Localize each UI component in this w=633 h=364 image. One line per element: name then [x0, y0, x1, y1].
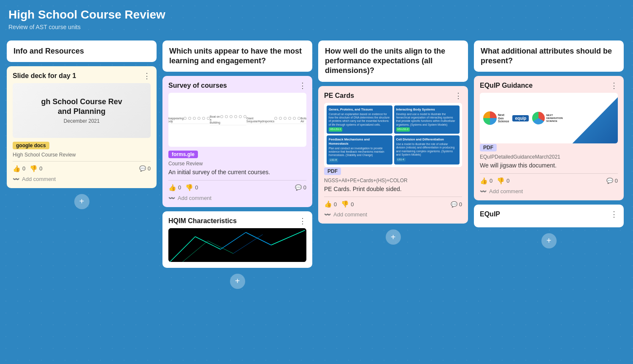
card-equip2-title: EQuIP [480, 210, 618, 218]
pe-footer: 👍 0 👎 0 💬 0 [324, 200, 462, 208]
survey-row-5: Bots Air [300, 116, 306, 124]
pe-cards-image: Genes, Proteins, and Tissues Construct a… [324, 103, 462, 167]
survey-row-2: Disappearing Body [168, 116, 210, 124]
survey-add-comment-btn[interactable]: 〰️ Add comment [168, 195, 306, 201]
slide-text-date: December 2021 [64, 118, 100, 124]
thumbs-up-icon[interactable]: 👍 [13, 165, 21, 173]
survey-source: Course Review [168, 161, 306, 167]
card-equip-guidance: EQuIP Guidance ⋮ NextGenScience equip [474, 76, 624, 200]
add-card-btn-col1[interactable]: + [74, 194, 89, 209]
pe-divider [324, 197, 462, 197]
pe-like-group: 👍 0 [324, 200, 337, 208]
add-comment-btn[interactable]: 〰️ Add comment [13, 176, 151, 182]
equip-pdf-tag: PDF [480, 144, 497, 151]
card-slide-title: Slide deck for day 1 [13, 72, 151, 80]
equip-add-comment-wave-icon: 〰️ [480, 188, 487, 194]
pe-desc: PE Cards. Print double sided. [324, 185, 462, 194]
equip-image: NextGenScience equip NEXTGENERATIONSCIEN… [480, 93, 618, 143]
card-pe-title: PE Cards [324, 92, 462, 100]
hqim-image [168, 228, 306, 262]
card-equip2-menu-btn[interactable]: ⋮ [609, 210, 619, 219]
pe-card-1: Genes, Proteins, and Tissues Construct a… [327, 105, 392, 134]
add-card-btn-col4[interactable]: + [541, 233, 557, 248]
page-title: High School Course Review [8, 8, 625, 22]
survey-comment-group: 💬 0 [295, 184, 306, 191]
pe-thumbs-down-icon[interactable]: 👎 [341, 200, 349, 208]
card-pe-menu-btn[interactable]: ⋮ [453, 91, 464, 100]
pe-card-4: Cell Division and Differentiation Use a … [394, 135, 460, 164]
dislike-group: 👎 0 [30, 165, 42, 173]
equip-divider [480, 173, 618, 174]
equip-thumbs-up-icon[interactable]: 👍 [480, 177, 488, 185]
survey-image: Which Course 1 unit provides the most sc… [168, 93, 306, 147]
board: Info and Resources Slide deck for day 1 … [0, 36, 633, 297]
survey-desc: An initial survey of the current courses… [168, 168, 306, 177]
column-header-4: What additional attributes should be pre… [474, 40, 624, 72]
equip-thumbs-down-icon[interactable]: 👎 [497, 177, 505, 185]
add-comment-label: Add comment [22, 176, 56, 182]
pe-add-comment-btn[interactable]: 〰️ Add comment [324, 211, 462, 218]
svg-rect-0 [170, 228, 305, 262]
comment-count: 0 [148, 165, 151, 172]
survey-divider [168, 180, 306, 181]
survey-dislike-count: 0 [195, 184, 198, 191]
column-info-resources: Info and Resources Slide deck for day 1 … [7, 40, 157, 209]
card-hqim-menu-btn[interactable]: ⋮ [297, 216, 308, 226]
equip-guidance-title: EQuIP Guidance [480, 82, 618, 89]
pe-add-comment-label: Add comment [333, 211, 367, 218]
nextgen-badge: NEXTGENERATIONSCIENCE [532, 112, 563, 124]
card-source: High School Course Review [13, 152, 151, 158]
thumbs-down-icon[interactable]: 👎 [30, 165, 38, 173]
comment-group: 💬 0 [139, 165, 151, 172]
card-slide-deck: Slide deck for day 1 ⋮ gh School Course … [7, 66, 157, 188]
page-subtitle: Review of AST course units [8, 24, 625, 30]
card-footer: 👍 0 👎 0 💬 0 [13, 165, 151, 173]
add-comment-wave-icon: 〰️ [13, 176, 19, 182]
column-performance-expectations: How well do the units align to the perfo… [318, 40, 468, 245]
pe-dislike-count: 0 [351, 201, 354, 208]
column-header-1: Info and Resources [7, 40, 157, 62]
survey-row-3: Boat on a Building [210, 114, 246, 125]
survey-dislike-group: 👎 0 [185, 184, 198, 191]
card-equip2: EQuIP ⋮ [474, 205, 624, 227]
pe-dislike-group: 👎 0 [341, 200, 354, 208]
survey-comment-count: 0 [303, 184, 306, 191]
survey-add-comment-wave-icon: 〰️ [168, 195, 175, 201]
like-group: 👍 0 [13, 165, 25, 173]
card-tag-googledocs: google docs [13, 142, 49, 149]
pe-thumbs-up-icon[interactable]: 👍 [324, 200, 332, 208]
column-header-3: How well do the units align to the perfo… [318, 40, 468, 82]
column-header-2: Which units appear to have the most lear… [162, 40, 312, 72]
survey-comment-icon: 💬 [295, 184, 302, 191]
survey-like-group: 👍 0 [168, 184, 181, 191]
equip-like-count: 0 [490, 178, 492, 184]
add-card-btn-col2[interactable]: + [230, 274, 245, 289]
card-hqim: HQIM Characteristics ⋮ [162, 211, 312, 268]
survey-footer: 👍 0 👎 0 💬 0 [168, 184, 306, 191]
column-additional-attributes: What additional attributes should be pre… [474, 40, 624, 248]
pe-card-2: Interacting Body Systems Develop and use… [394, 105, 460, 134]
survey-row-4: Giant Sequoia/Hydroponics [246, 116, 301, 124]
survey-add-comment-label: Add comment [178, 195, 211, 201]
equip-desc: We will jigsaw this document. [480, 162, 618, 170]
equip-dislike-count: 0 [506, 178, 509, 184]
pe-filename: NGSS+All+PE+Cards+(HS)+COLOR [324, 178, 462, 183]
equip-like-group: 👍 0 [480, 177, 492, 185]
card-tag-forms: forms.gle [168, 151, 198, 158]
like-count: 0 [22, 165, 25, 172]
column-learning-engagement: Which units appear to have the most lear… [162, 40, 312, 289]
survey-thumbs-down-icon[interactable]: 👎 [185, 184, 193, 191]
comment-icon: 💬 [139, 165, 146, 172]
card-hqim-title: HQIM Characteristics [168, 217, 306, 225]
card-slide-menu-btn[interactable]: ⋮ [141, 71, 152, 81]
survey-thumbs-up-icon[interactable]: 👍 [168, 184, 176, 191]
equip-add-comment-label: Add comment [489, 188, 523, 194]
equip-comment-icon: 💬 [606, 178, 613, 184]
equip-add-comment-btn[interactable]: 〰️ Add comment [480, 188, 618, 194]
nextgen-logo: NextGenScience [483, 111, 509, 125]
equip-menu-btn[interactable]: ⋮ [609, 81, 619, 90]
dislike-count: 0 [39, 165, 42, 172]
equip-logo: equip [512, 115, 529, 121]
add-card-btn-col3[interactable]: + [386, 229, 401, 245]
card-survey-menu-btn[interactable]: ⋮ [297, 81, 308, 90]
